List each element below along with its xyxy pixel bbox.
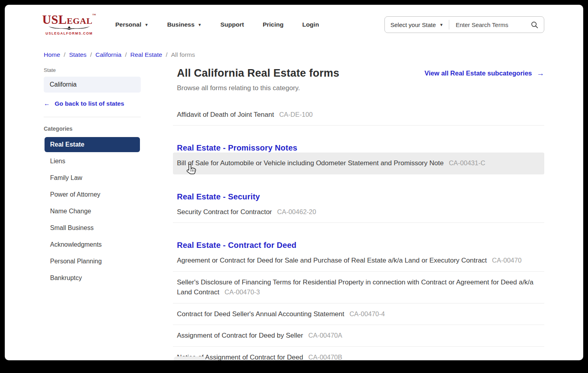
- chevron-down-icon: ▼: [144, 23, 148, 27]
- nav-support[interactable]: Support: [220, 21, 244, 28]
- breadcrumb-california[interactable]: California: [95, 51, 121, 58]
- breadcrumb-home[interactable]: Home: [44, 51, 60, 58]
- state-label: State: [44, 67, 141, 73]
- form-name: Bill of Sale for Automobile or Vehicle i…: [177, 159, 444, 167]
- trademark-symbol: ™: [92, 13, 96, 17]
- main-nav: Personal▼ Business▼ Support Pricing Logi…: [115, 21, 319, 28]
- page-title: All California Real Estate forms: [177, 67, 340, 79]
- sidebar-item-small-business[interactable]: Small Business: [44, 220, 141, 236]
- form-code: CA-00470-3: [225, 288, 260, 296]
- nav-pricing[interactable]: Pricing: [263, 21, 284, 28]
- form-code: CA-00470B: [309, 354, 342, 360]
- breadcrumb-current: All forms: [171, 51, 195, 58]
- form-row-hovered[interactable]: Bill of Sale for Automobile or Vehicle i…: [173, 153, 544, 174]
- form-row[interactable]: Affidavit of Death of Joint TenantCA-DE-…: [173, 104, 544, 126]
- back-link-label: Go back to list of states: [55, 100, 124, 107]
- page-subtitle: Browse all forms relating to this catego…: [177, 84, 544, 92]
- form-name: Contract for Deed Seller's Annual Accoun…: [177, 310, 344, 318]
- sidebar-item-name-change[interactable]: Name Change: [44, 203, 141, 220]
- sidebar-item-family-law[interactable]: Family Law: [44, 170, 141, 186]
- categories-label: Categories: [44, 126, 141, 132]
- site-header: USLegal™ USLEGALFORMS.COM Personal▼ Busi…: [5, 5, 583, 35]
- form-code: CA-DE-100: [279, 111, 312, 118]
- breadcrumb-separator: /: [90, 51, 92, 58]
- breadcrumb-real-estate[interactable]: Real Estate: [130, 51, 162, 58]
- section-title-promissory-notes: Real Estate - Promissory Notes: [177, 143, 544, 153]
- chevron-down-icon: ▼: [439, 23, 443, 27]
- breadcrumb-states[interactable]: States: [69, 51, 87, 58]
- search-icon[interactable]: [531, 21, 538, 29]
- view-all-subcategories-link[interactable]: View all Real Estate subcategories →: [425, 69, 544, 78]
- content-area: State California ← Go back to list of st…: [5, 58, 583, 360]
- back-to-states-link[interactable]: ← Go back to list of states: [44, 100, 141, 107]
- forms-main: All California Real Estate forms View al…: [173, 67, 544, 360]
- breadcrumb-separator: /: [125, 51, 126, 58]
- section-title-contract-for-deed: Real Estate - Contract for Deed: [177, 241, 544, 250]
- sidebar-divider: [44, 117, 141, 117]
- view-all-label: View all Real Estate subcategories: [425, 70, 532, 77]
- uslegalforms-page: USLegal™ USLEGALFORMS.COM Personal▼ Busi…: [5, 5, 583, 360]
- logo-domain-text: USLEGALFORMS.COM: [45, 31, 93, 35]
- sidebar-item-personal-planning[interactable]: Personal Planning: [44, 253, 141, 270]
- state-select-dropdown[interactable]: Select your State▼: [390, 21, 443, 28]
- forms-list: Affidavit of Death of Joint TenantCA-DE-…: [173, 104, 544, 126]
- form-name: Affidavit of Death of Joint Tenant: [177, 111, 274, 118]
- main-header-row: All California Real Estate forms View al…: [173, 67, 544, 79]
- form-row[interactable]: Security Contract for ContractorCA-00462…: [173, 201, 544, 223]
- breadcrumb-separator: /: [166, 51, 167, 58]
- form-code: CA-00470: [492, 257, 522, 264]
- form-name: Security Contract for Contractor: [177, 208, 272, 216]
- sidebar-item-acknowledgments[interactable]: Acknowledgments: [44, 236, 141, 253]
- categories-list: Real Estate Liens Family Law Power of At…: [44, 137, 141, 286]
- sidebar-item-bankruptcy[interactable]: Bankruptcy: [44, 270, 141, 286]
- search-input[interactable]: [455, 21, 528, 29]
- form-code: CA-00470-4: [349, 310, 385, 317]
- partial-next-row: [174, 356, 206, 360]
- nav-login[interactable]: Login: [302, 21, 319, 28]
- sidebar-item-liens[interactable]: Liens: [44, 153, 141, 170]
- sidebar-item-real-estate[interactable]: Real Estate: [45, 137, 140, 152]
- section-title-security: Real Estate - Security: [177, 192, 544, 201]
- uslegal-logo[interactable]: USLegal™ USLEGALFORMS.COM: [44, 14, 95, 35]
- form-code: CA-00462-20: [277, 208, 316, 215]
- nav-business[interactable]: Business▼: [167, 21, 202, 28]
- breadcrumb: Home / States / California / Real Estate…: [5, 51, 583, 58]
- nav-personal[interactable]: Personal▼: [115, 21, 148, 28]
- breadcrumb-separator: /: [64, 51, 65, 58]
- form-row[interactable]: Notice of Assignment of Contract for Dee…: [173, 347, 544, 360]
- form-code: CA-00431-C: [449, 159, 485, 166]
- form-row[interactable]: Contract for Deed Seller's Annual Accoun…: [173, 303, 544, 325]
- arrow-left-icon: ←: [44, 100, 50, 107]
- form-code: CA-00470A: [308, 332, 342, 339]
- form-row[interactable]: Seller's Disclosure of Financing Terms f…: [173, 272, 544, 303]
- form-name: Agreement or Contract for Deed for Sale …: [177, 257, 487, 264]
- arrow-right-icon: →: [537, 69, 544, 78]
- sidebar: State California ← Go back to list of st…: [44, 67, 141, 286]
- sidebar-item-power-of-attorney[interactable]: Power of Attorney: [44, 186, 141, 203]
- search-divider: [449, 20, 449, 29]
- form-row[interactable]: Assignment of Contract for Deed by Selle…: [173, 325, 544, 347]
- logo-wordmark: USLegal™: [42, 14, 96, 25]
- search-bar: Select your State▼: [384, 16, 544, 33]
- form-name: Assignment of Contract for Deed by Selle…: [177, 332, 303, 339]
- eagle-icon: [48, 26, 91, 31]
- state-value-box[interactable]: California: [44, 77, 141, 93]
- chevron-down-icon: ▼: [198, 23, 202, 27]
- form-row[interactable]: Agreement or Contract for Deed for Sale …: [173, 250, 544, 272]
